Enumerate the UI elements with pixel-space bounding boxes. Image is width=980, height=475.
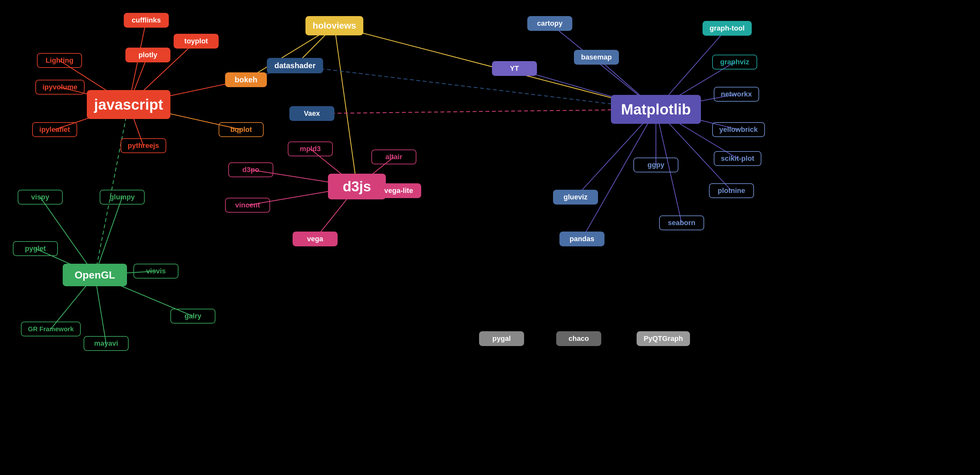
- node-altair: altair: [371, 150, 416, 164]
- node-pythreejs: pythreejs: [121, 138, 166, 153]
- node-javascript: javascript: [87, 90, 170, 119]
- node-mpld3: mpld3: [288, 142, 333, 156]
- node-holoviews: holoviews: [305, 16, 363, 35]
- node-vega: vega: [293, 231, 337, 246]
- node-datashader: datashader: [267, 58, 323, 73]
- node-gr_framework: GR Framework: [21, 322, 81, 336]
- node-galry: galry: [170, 309, 215, 324]
- node-matplotlib: Matplotlib: [611, 95, 701, 124]
- node-seaborn: seaborn: [659, 215, 704, 230]
- node-bokeh: bokeh: [225, 72, 267, 87]
- node-graphviz: graphviz: [712, 55, 757, 70]
- node-scikit_plot: scikit-plot: [714, 151, 761, 166]
- node-lighting: Lighting: [37, 53, 82, 68]
- node-glumpy: glumpy: [100, 190, 145, 204]
- node-pygal: pygal: [479, 331, 524, 346]
- node-pyglet: pyglet: [13, 241, 58, 256]
- node-cartopy: cartopy: [527, 16, 572, 31]
- node-d3po: d3po: [228, 163, 273, 177]
- node-bqplot: bqplot: [219, 122, 264, 137]
- node-ipyvolume: ipyvolume: [35, 80, 84, 94]
- node-visvis: visvis: [134, 264, 178, 279]
- node-vega_lite: vega-lite: [376, 183, 421, 198]
- node-basemap: basemap: [574, 50, 619, 65]
- node-mayavi: mayavi: [84, 336, 129, 351]
- node-cufflinks: cufflinks: [124, 13, 169, 28]
- node-toyplot: toyplot: [173, 34, 219, 49]
- node-networkx: networkx: [714, 87, 759, 102]
- node-pyqtgraph: PyQTGraph: [636, 331, 690, 346]
- node-ggpy: ggpy: [633, 158, 678, 172]
- node-vispy: vispy: [18, 190, 63, 204]
- node-plotly: plotly: [126, 48, 170, 62]
- node-vincent: vincent: [225, 198, 270, 213]
- node-pandas: pandas: [560, 231, 605, 246]
- node-vaex: Vaex: [290, 106, 334, 121]
- node-chaco: chaco: [556, 331, 601, 346]
- node-yellowbrick: yellowbrick: [712, 122, 765, 137]
- node-opengl: OpenGL: [63, 264, 127, 286]
- node-ipyleaflet: ipyleaflet: [32, 122, 77, 137]
- node-glueviz: glueviz: [553, 190, 598, 204]
- node-plotnine: plotnine: [709, 183, 754, 198]
- node-graph_tool: graph-tool: [703, 21, 752, 36]
- node-yt: YT: [492, 61, 537, 76]
